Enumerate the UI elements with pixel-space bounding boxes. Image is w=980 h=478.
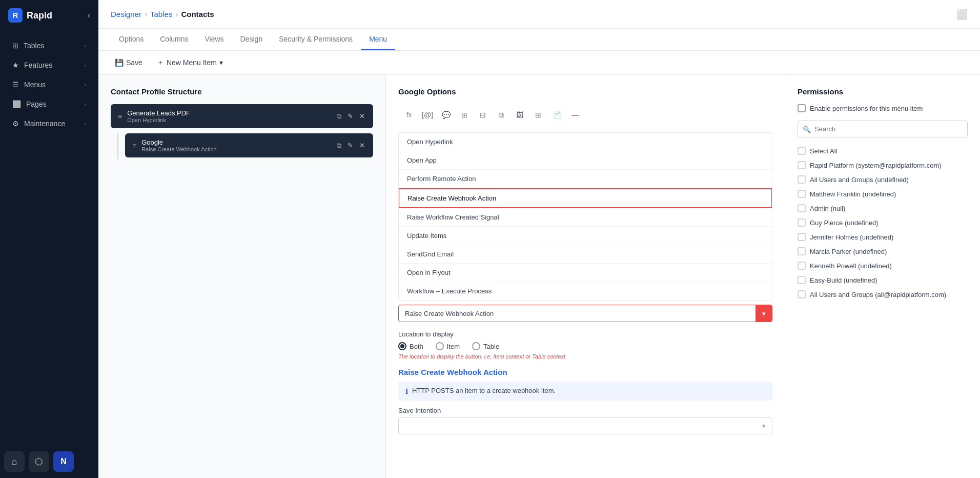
info-text: HTTP POSTS an item to a create webhook i… <box>412 387 556 394</box>
perm-checkbox[interactable] <box>798 247 806 255</box>
rapid-button[interactable]: N <box>53 451 74 472</box>
option-workflow-execute[interactable]: Workflow – Execute Process <box>399 282 772 300</box>
perm-checkbox[interactable] <box>798 190 806 198</box>
perm-checkbox[interactable] <box>798 290 806 298</box>
topbar: Designer › Tables › Contacts ⬜ <box>98 0 980 29</box>
delete-action-button[interactable]: ✕ <box>358 141 366 150</box>
tab-columns[interactable]: Columns <box>152 29 196 50</box>
image-icon-button[interactable]: 🖼 <box>511 106 528 124</box>
chat-icon-button[interactable]: 💬 <box>437 106 455 124</box>
toolbar: 💾 Save ＋ New Menu Item ▾ <box>98 51 980 75</box>
edit-action-button[interactable]: ✎ <box>346 141 354 150</box>
diagram-button[interactable]: ⬡ <box>29 451 49 472</box>
perm-all-users-all[interactable]: All Users and Groups (all@rapidplatform.… <box>798 287 968 302</box>
breadcrumb-sep2: › <box>175 10 178 18</box>
location-label: Location to display <box>398 330 772 338</box>
perm-checkbox[interactable] <box>798 276 806 284</box>
perm-easy-build[interactable]: Easy-Build (undefined) <box>798 273 968 287</box>
select-all-checkbox[interactable] <box>798 147 806 155</box>
sidebar-collapse-button[interactable]: ‹ <box>88 11 90 19</box>
menu-item-card-generate[interactable]: ≡ Generate Leads PDF Open Hyperlink ⧉ ✎ … <box>111 104 373 128</box>
option-open-hyperlink[interactable]: Open Hyperlink <box>399 133 772 151</box>
perm-label: Easy-Build (undefined) <box>810 276 877 284</box>
content-area: Contact Profile Structure ≡ Generate Lea… <box>98 75 980 478</box>
breadcrumb-tables[interactable]: Tables <box>150 10 172 18</box>
tab-menu[interactable]: Menu <box>361 29 395 50</box>
enable-permissions-checkbox[interactable] <box>798 104 806 112</box>
gallery-icon-button[interactable]: ⊞ <box>529 106 547 124</box>
home-button[interactable]: ⌂ <box>4 451 25 472</box>
perm-rapid-platform[interactable]: Rapid Platform (system@rapidplatform.com… <box>798 158 968 172</box>
perm-checkbox[interactable] <box>798 161 806 169</box>
permissions-search-input[interactable] <box>798 121 968 137</box>
perm-admin[interactable]: Admin (null) <box>798 201 968 215</box>
sidebar-item-maintenance[interactable]: ⚙ Maintenance › <box>4 114 94 133</box>
tab-views[interactable]: Views <box>197 29 232 50</box>
tab-design[interactable]: Design <box>232 29 271 50</box>
select-all-label: Select All <box>810 147 837 155</box>
sidebar-item-menus[interactable]: ☰ Menus › <box>4 75 94 94</box>
columns-icon-button[interactable]: ⧉ <box>493 106 510 124</box>
perm-kenneth-powell[interactable]: Kenneth Powell (undefined) <box>798 258 968 273</box>
breadcrumb-designer[interactable]: Designer <box>111 10 141 18</box>
delete-action-button[interactable]: ✕ <box>358 111 366 121</box>
option-open-app[interactable]: Open App <box>399 151 772 170</box>
tables-icon: ⊞ <box>12 42 18 50</box>
fx-icon-button[interactable]: fx <box>400 106 418 124</box>
sidebar: R Rapid ‹ ⊞ Tables › ★ Features › ☰ Menu… <box>0 0 98 478</box>
action-section: Raise Create Webhook Action ℹ HTTP POSTS… <box>398 368 772 434</box>
option-raise-workflow-signal[interactable]: Raise Workflow Created Signal <box>399 208 772 227</box>
menu-item-card-google[interactable]: ≡ Google Raise Create Webhook Action ⧉ ✎… <box>125 133 373 157</box>
radio-item-circle <box>436 342 444 350</box>
perm-all-users[interactable]: All Users and Groups (undefined) <box>798 172 968 187</box>
perm-guy-pierce[interactable]: Guy Pierce (undefined) <box>798 215 968 230</box>
sidebar-item-tables[interactable]: ⊞ Tables › <box>4 36 94 55</box>
table-icon-button[interactable]: ⊟ <box>474 106 492 124</box>
copy-action-button[interactable]: ⧉ <box>336 111 342 122</box>
info-icon: ℹ <box>405 387 408 395</box>
new-menu-item-button[interactable]: ＋ New Menu Item ▾ <box>153 56 227 69</box>
option-open-in-flyout[interactable]: Open in Flyout <box>399 264 772 282</box>
breadcrumb-current: Contacts <box>181 10 214 18</box>
breadcrumb-sep1: › <box>145 10 147 18</box>
option-raise-create-webhook[interactable]: Raise Create Webhook Action <box>398 188 772 208</box>
option-update-items[interactable]: Update Items <box>399 227 772 245</box>
tab-security[interactable]: Security & Permissions <box>271 29 361 50</box>
sidebar-item-features[interactable]: ★ Features › <box>4 56 94 74</box>
minimize-icon-button[interactable]: — <box>566 106 584 124</box>
save-intention-chevron-icon: ▾ <box>762 422 766 430</box>
perm-marcia-parker[interactable]: Marcia Parker (undefined) <box>798 244 968 258</box>
card-title: Generate Leads PDF <box>127 109 190 117</box>
tab-options[interactable]: Options <box>111 29 152 50</box>
chevron-right-icon: › <box>84 43 86 49</box>
radio-both[interactable]: Both <box>398 342 423 350</box>
perm-checkbox[interactable] <box>798 175 806 184</box>
perm-select-all[interactable]: Select All <box>798 144 968 158</box>
perm-label: All Users and Groups (undefined) <box>810 176 909 184</box>
edit-action-button[interactable]: ✎ <box>346 111 354 121</box>
option-perform-remote-action[interactable]: Perform Remote Action <box>399 170 772 188</box>
save-intention-select[interactable]: ▾ <box>398 417 772 434</box>
copy-action-button[interactable]: ⧉ <box>336 141 342 151</box>
option-sendgrid-email[interactable]: SendGrid Email <box>399 245 772 264</box>
doc-icon-button[interactable]: 📄 <box>548 106 565 124</box>
perm-checkbox[interactable] <box>798 204 806 212</box>
perm-jennifer-holmes[interactable]: Jennifer Holmes (undefined) <box>798 230 968 244</box>
perm-checkbox[interactable] <box>798 233 806 241</box>
save-intention-label: Save Intention <box>398 407 772 414</box>
perm-label: Guy Pierce (undefined) <box>810 219 879 227</box>
main-content: Designer › Tables › Contacts ⬜ Options C… <box>98 0 980 478</box>
perm-checkbox[interactable] <box>798 262 806 270</box>
grid-icon-button[interactable]: ⊞ <box>456 106 473 124</box>
perm-checkbox[interactable] <box>798 218 806 227</box>
action-dropdown-select[interactable]: Raise Create Webhook Action ▾ <box>398 305 772 322</box>
sidebar-logo-text: Rapid <box>27 10 52 21</box>
google-options-title: Google Options <box>398 87 772 96</box>
perm-matthew-franklin[interactable]: Matthew Franklin (undefined) <box>798 187 968 201</box>
plus-icon: ＋ <box>157 58 164 67</box>
radio-item[interactable]: Item <box>436 342 460 350</box>
sidebar-item-pages[interactable]: ⬜ Pages › <box>4 95 94 113</box>
save-button[interactable]: 💾 Save <box>111 56 147 69</box>
radio-table[interactable]: Table <box>472 342 499 350</box>
at-icon-button[interactable]: [@] <box>419 106 436 124</box>
